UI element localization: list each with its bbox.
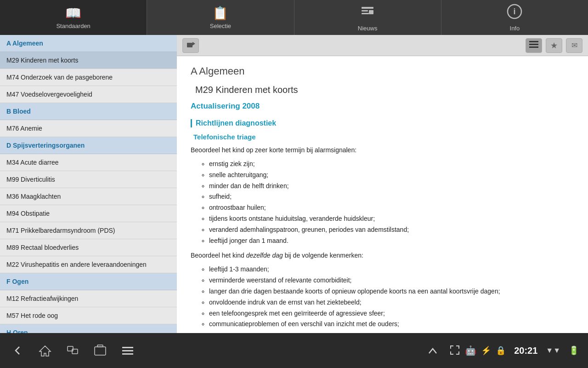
bottom-left-controls [9,342,136,359]
svg-rect-6 [187,43,192,47]
svg-rect-17 [122,350,133,351]
svg-rect-14 [95,347,106,355]
recents-button[interactable] [64,342,81,359]
list-item: minder dan de helft drinken; [209,181,574,192]
list-item: tijdens koorts ontstane huiduitslag, ver… [209,213,574,224]
alarm-list: ernstig ziek zijn;snelle achteruitgang;m… [209,159,574,246]
content-toolbar: ★ ✉ [177,35,588,56]
svg-rect-0 [362,7,373,9]
sidebar-item[interactable]: M12 Refractieafwijkingen [0,290,177,307]
heading-richtlijnen: Richtlijnen diagnostiek [191,119,574,127]
lock-icon: 🔒 [496,345,506,356]
sidebar-item[interactable]: M22 Virushepatitis en andere leveraandoe… [0,256,177,273]
list-item: sufheid; [209,191,574,202]
mail-icon: ✉ [571,41,577,50]
back-icon [186,40,195,51]
sidebar-item[interactable]: M34 Acute diarree [0,154,177,171]
back-button[interactable] [182,38,199,53]
svg-rect-9 [529,44,538,45]
list-item: ernstig ziek zijn; [209,159,574,170]
list-item: snelle achteruitgang; [209,170,574,181]
sidebar-category[interactable]: D Spijsverteringsorganen [0,137,177,154]
list-item: een telefoongesprek met een geïrriteerde… [209,308,574,319]
svg-rect-16 [122,347,133,348]
menu-button[interactable] [119,342,136,359]
p2-prefix: Beoordeel het kind [191,252,246,259]
svg-rect-10 [529,46,538,48]
nav-nieuws-label: Nieuws [358,25,378,32]
star-icon: ★ [550,40,558,51]
bottom-navigation: 🤖 ⚡ 🔒 20:21 ▼▼ 🔋 [0,333,588,368]
sidebar-item[interactable]: M36 Maagklachten [0,188,177,205]
paragraph-alarm: Beoordeel het kind op zeer korte termijn… [191,145,574,155]
p2-suffix: bij de volgende kenmerken: [283,252,363,259]
content-panel: ★ ✉ A Algemeen M29 Kinderen met koorts A… [177,35,588,333]
list-item: verminderde weerstand of relevante comor… [209,275,574,286]
list-item: leeftijd 1-3 maanden; [209,264,574,275]
p2-italic: dezelfde dag [246,252,283,259]
nav-selectie[interactable]: 📋 Selectie [147,0,294,35]
paragraph-same-day: Beoordeel het kind dezelfde dag bij de v… [191,251,574,260]
home-button[interactable] [37,342,53,359]
nav-nieuws[interactable]: Nieuws [294,0,441,35]
mail-button[interactable]: ✉ [566,38,582,53]
usb-icon: ⚡ [481,345,491,356]
list-item: leeftijd jonger dan 1 maand. [209,236,574,247]
svg-marker-11 [40,346,51,356]
sidebar-item[interactable]: M57 Het rode oog [0,307,177,324]
nav-standaarden-label: Standaarden [56,23,90,29]
svg-rect-18 [122,353,133,355]
toolbar-right: ★ ✉ [526,38,582,53]
content-body[interactable]: A Algemeen M29 Kinderen met koorts Actua… [177,56,588,333]
sidebar-item[interactable]: M94 Obstipatie [0,205,177,222]
sidebar-item[interactable]: M76 Anemie [0,120,177,137]
section-title: A Algemeen [191,65,574,77]
same-day-list: leeftijd 1-3 maanden;verminderde weersta… [209,264,574,330]
list-item: onvoldoende indruk van de ernst van het … [209,297,574,308]
sidebar: A AlgemeenM29 Kinderen met koortsM74 Ond… [0,35,177,333]
top-navigation: 📖 Standaarden 📋 Selectie Nieuws i Info [0,0,588,35]
nav-standaarden[interactable]: 📖 Standaarden [0,0,147,35]
nav-info-label: Info [510,25,520,32]
sidebar-item[interactable]: M99 Diverticulitis [0,171,177,188]
sidebar-category[interactable]: A Algemeen [0,35,177,52]
info-icon: i [506,3,523,23]
battery-icon: 🔋 [569,345,579,356]
sidebar-category[interactable]: F Ogen [0,273,177,290]
list-item: veranderd ademhalingspatroon, greunen, p… [209,224,574,236]
main-area: A AlgemeenM29 Kinderen met koortsM74 Ond… [0,35,588,333]
sidebar-item[interactable]: M29 Kinderen met koorts [0,52,177,69]
sidebar-item[interactable]: M47 Voedselovergevoeligheid [0,86,177,103]
sidebar-item[interactable]: M74 Onderzoek van de pasgeborene [0,69,177,86]
svg-rect-15 [97,345,103,347]
list-button[interactable] [526,38,542,53]
bottom-right-status: 🤖 ⚡ 🔒 20:21 ▼▼ 🔋 [424,342,579,359]
svg-text:i: i [514,7,516,16]
svg-rect-2 [362,13,369,14]
sidebar-category[interactable]: H Oren [0,324,177,333]
list-item: langer dan drie dagen bestaande koorts o… [209,286,574,297]
signal-icon: ▼▼ [546,346,560,355]
svg-rect-1 [362,10,368,12]
list-icon [529,40,538,51]
screenshot-button[interactable] [92,342,108,359]
status-icons: 🤖 ⚡ 🔒 [449,345,506,357]
book-icon: 📖 [65,6,81,21]
fullscreen-icon [449,345,460,357]
up-chevron[interactable] [424,342,441,359]
sidebar-item[interactable]: M71 Prikkelbaredarmsyndroom (PDS) [0,222,177,239]
nieuws-icon [359,3,376,23]
toolbar-left [182,38,199,53]
list-item: ontroostbaar huilen; [209,202,574,213]
sidebar-item[interactable]: M89 Rectaal bloedverlies [0,239,177,256]
star-button[interactable]: ★ [546,38,562,53]
time-display: 20:21 [514,345,537,356]
nav-info[interactable]: i Info [441,0,588,35]
selectie-icon: 📋 [212,6,228,21]
update-label: Actualisering 2008 [191,102,574,111]
list-item: communicatieproblemen of een verschil va… [209,319,574,330]
article-title: M29 Kinderen met koorts [191,85,574,95]
back-system-button[interactable] [9,342,26,359]
svg-rect-3 [369,10,373,14]
sidebar-category[interactable]: B Bloed [0,103,177,120]
